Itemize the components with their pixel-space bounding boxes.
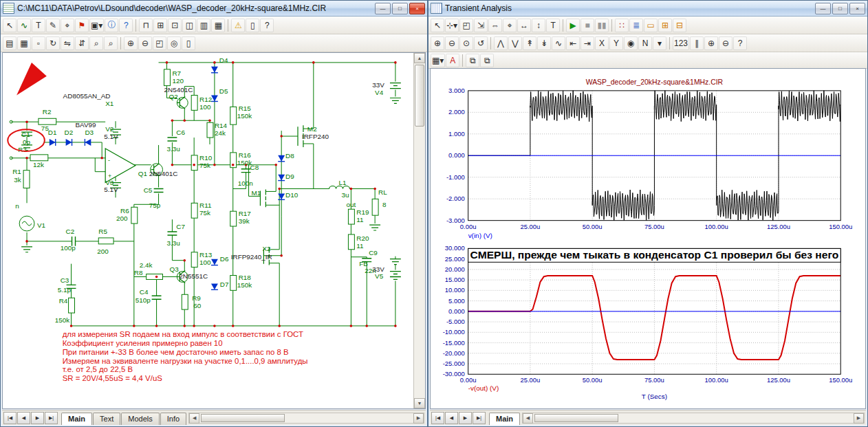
node-voltages-icon[interactable]: ⊡ bbox=[168, 19, 182, 32]
warning-icon[interactable]: ⚠ bbox=[231, 19, 245, 32]
scroll-down-button[interactable]: ▼ bbox=[414, 398, 425, 408]
horizontal-tag-icon[interactable]: ↔ bbox=[517, 19, 531, 32]
plot-area[interactable]: 3.0002.0001.0000.000-1.000-2.000-3.0000.… bbox=[431, 69, 865, 408]
high-icon[interactable]: ↟ bbox=[523, 36, 536, 50]
scroll-up-button[interactable]: ▲ bbox=[414, 53, 425, 63]
scroll-left-button[interactable]: ◀ bbox=[523, 413, 533, 424]
first-tab-button[interactable]: |◀ bbox=[3, 412, 17, 424]
zoom-window-icon[interactable]: ◰ bbox=[459, 19, 473, 32]
go-to-y-icon[interactable]: Y bbox=[609, 36, 623, 50]
zoom-in-cursor-icon[interactable]: ⊕ bbox=[704, 36, 718, 50]
text-tool-icon[interactable]: T bbox=[546, 19, 560, 32]
autoscale-icon[interactable]: ⊙ bbox=[459, 36, 473, 50]
tokens-icon[interactable]: ≣ bbox=[629, 19, 643, 32]
plus-mark-icon[interactable]: ⊞ bbox=[658, 19, 672, 32]
page-info-icon[interactable]: ▯ bbox=[182, 36, 195, 50]
wire-mode-icon[interactable]: ∿ bbox=[17, 19, 31, 32]
scroll-right-button[interactable]: ▶ bbox=[413, 413, 424, 424]
properties-icon[interactable]: ▤ bbox=[3, 36, 17, 50]
low-icon[interactable]: ↡ bbox=[537, 36, 551, 50]
point-tag-icon[interactable]: ⌖ bbox=[503, 19, 517, 32]
inflection-icon[interactable]: ∿ bbox=[552, 36, 565, 50]
next-tab-button[interactable]: ▶ bbox=[31, 412, 44, 424]
pause-button[interactable]: ▮▮ bbox=[595, 19, 609, 32]
help-mode-icon[interactable]: ? bbox=[119, 19, 133, 32]
grid-layout-icon[interactable]: ▦▾ bbox=[431, 54, 445, 67]
baseline-icon[interactable]: ⊟ bbox=[673, 19, 686, 32]
analysis-horizontal-scrollbar[interactable]: ◀ ▶ bbox=[522, 413, 865, 424]
tab-info[interactable]: Info bbox=[160, 413, 186, 425]
select-arrow-icon[interactable]: ↖ bbox=[3, 19, 17, 32]
probe-mode-icon[interactable]: ⌖ bbox=[61, 19, 74, 32]
picture-mode-icon[interactable]: ▣▾ bbox=[89, 19, 104, 32]
scrollbar-track[interactable] bbox=[199, 413, 413, 423]
valley-icon[interactable]: ⋁ bbox=[508, 36, 522, 50]
schematic-canvas[interactable]: - + bbox=[3, 53, 414, 408]
scroll-left-button[interactable]: ◀ bbox=[189, 413, 199, 424]
close-button[interactable]: × bbox=[849, 3, 865, 14]
node-numbers-icon[interactable]: ⊞ bbox=[153, 19, 167, 32]
last-tab-button[interactable]: ▶| bbox=[45, 412, 58, 424]
schematic-horizontal-scrollbar[interactable]: ◀ ▶ bbox=[188, 413, 424, 424]
vertical-tag-icon[interactable]: ↕ bbox=[532, 19, 545, 32]
tab-models[interactable]: Models bbox=[121, 413, 159, 425]
minimize-button[interactable]: — bbox=[815, 3, 831, 14]
restore-scale-icon[interactable]: ↺ bbox=[474, 36, 488, 50]
maximize-button[interactable]: □ bbox=[832, 3, 848, 14]
rotate-icon[interactable]: ↻ bbox=[46, 36, 60, 50]
sheet-icon[interactable]: ▯ bbox=[246, 19, 259, 32]
scrollbar-track[interactable] bbox=[414, 63, 425, 398]
scrollbar-track[interactable] bbox=[533, 413, 854, 423]
zoom-full-icon[interactable]: ◎ bbox=[167, 36, 181, 50]
prev-tab-button[interactable]: ◀ bbox=[445, 412, 458, 424]
analysis-titlebar[interactable]: Transient Analysis —□× bbox=[428, 1, 867, 17]
scrollbar-thumb[interactable] bbox=[201, 414, 285, 422]
ruler-icon[interactable]: ▭ bbox=[644, 19, 658, 32]
run-button[interactable]: ▶ bbox=[566, 19, 580, 32]
text-mode-icon[interactable]: T bbox=[32, 19, 45, 32]
minimize-button[interactable]: — bbox=[375, 3, 391, 14]
help-icon[interactable]: ? bbox=[260, 19, 274, 32]
tab-text[interactable]: Text bbox=[93, 413, 120, 425]
flip-icon[interactable]: ⇵ bbox=[75, 36, 89, 50]
peak-icon[interactable]: ⋀ bbox=[494, 36, 508, 50]
prev-tab-button[interactable]: ◀ bbox=[17, 412, 30, 424]
tab-main[interactable]: Main bbox=[61, 413, 92, 425]
first-tab-button[interactable]: |◀ bbox=[431, 412, 444, 424]
border-toggle-icon[interactable]: ▫ bbox=[32, 36, 45, 50]
find-next-icon[interactable]: ⌕ bbox=[104, 36, 118, 50]
info-mode-icon[interactable]: ⓘ bbox=[105, 19, 118, 32]
zoom-area-icon[interactable]: ◰ bbox=[153, 36, 166, 50]
zoom-out-icon[interactable]: ⊖ bbox=[445, 36, 459, 50]
tab-main[interactable]: Main bbox=[489, 413, 520, 425]
zoom-in-icon[interactable]: ⊕ bbox=[124, 36, 138, 50]
component-list-icon[interactable]: ⊓ bbox=[139, 19, 153, 32]
find-icon[interactable]: ⌕ bbox=[89, 36, 103, 50]
zoom-out-icon[interactable]: ⊖ bbox=[138, 36, 152, 50]
cursor-lines-icon[interactable]: ∥ bbox=[690, 36, 704, 50]
current-display-icon[interactable]: ◫ bbox=[182, 19, 196, 32]
scale-mode-icon[interactable]: ⇲ bbox=[474, 19, 488, 32]
mirror-icon[interactable]: ⇋ bbox=[61, 36, 74, 50]
last-tab-button[interactable]: ▶| bbox=[473, 412, 486, 424]
go-to-x-icon[interactable]: X bbox=[595, 36, 609, 50]
flag-mode-icon[interactable]: ⚑ bbox=[75, 19, 89, 32]
schematic-vertical-scrollbar[interactable]: ▲ ▼ bbox=[413, 53, 425, 408]
maximize-button[interactable]: □ bbox=[392, 3, 408, 14]
copy-page-icon[interactable]: ⧉ bbox=[480, 54, 494, 67]
schematic-titlebar[interactable]: C:\MC11\DATA\Petrov\LDsound\decoder\WASP… bbox=[1, 1, 427, 17]
tag-right-icon[interactable]: ⇥ bbox=[581, 36, 594, 50]
pin-connections-icon[interactable]: ▦ bbox=[211, 19, 225, 32]
copy-graph-icon[interactable]: ⧉ bbox=[466, 54, 479, 67]
power-display-icon[interactable]: ▥ bbox=[197, 19, 210, 32]
waveform-list-icon[interactable]: ▾ bbox=[653, 36, 666, 50]
annotate-text-icon[interactable]: A bbox=[446, 54, 459, 67]
scroll-right-button[interactable]: ▶ bbox=[854, 413, 864, 424]
close-button[interactable]: × bbox=[409, 3, 425, 14]
grid-toggle-icon[interactable]: ▦ bbox=[17, 36, 31, 50]
zoom-in-icon[interactable]: ⊕ bbox=[431, 36, 444, 50]
stop-button[interactable]: ■ bbox=[581, 19, 594, 32]
data-points-icon[interactable]: ∷ bbox=[615, 19, 629, 32]
graphics-mode-icon[interactable]: ✎ bbox=[46, 19, 60, 32]
cursor-mode-icon[interactable]: ⊹▾ bbox=[445, 19, 459, 32]
